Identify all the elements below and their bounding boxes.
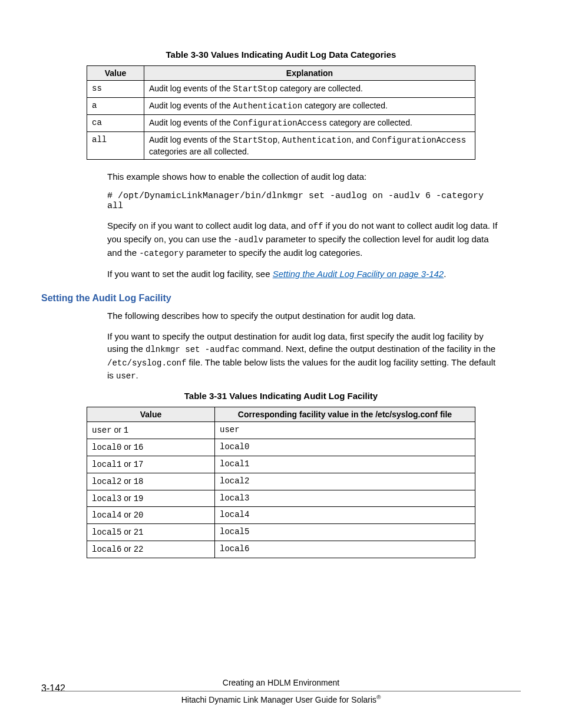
- table-cell-value: local2 or 18: [87, 473, 215, 490]
- table-cell-explanation: Audit log events of the StartStop catego…: [144, 81, 475, 98]
- paragraph-example-intro: This example shows how to enable the col…: [107, 170, 503, 183]
- cross-reference-link[interactable]: Setting the Audit Log Facility on page 3…: [273, 269, 444, 279]
- footer-chapter-title: Creating an HDLM Environment: [41, 678, 521, 687]
- table-cell-explanation: Audit log events of the ConfigurationAcc…: [144, 114, 475, 131]
- table-cell-value: ca: [87, 114, 144, 131]
- footer-doc-title: Hitachi Dynamic Link Manager User Guide …: [41, 691, 521, 704]
- table-30-header-explanation: Explanation: [144, 66, 475, 81]
- table-row: local2 or 18local2: [87, 473, 475, 490]
- table-row: all Audit log events of the StartStop, A…: [87, 131, 475, 160]
- section-heading-audit-log-facility: Setting the Audit Log Facility: [41, 293, 521, 304]
- table-30-caption: Table 3-30 Values Indicating Audit Log D…: [41, 50, 521, 60]
- table-cell-corr: local6: [215, 541, 475, 558]
- table-cell-explanation: Audit log events of the StartStop, Authe…: [144, 131, 475, 160]
- table-cell-explanation: Audit log events of the Authentication c…: [144, 97, 475, 114]
- paragraph-see-facility: If you want to set the audit log facilit…: [107, 268, 503, 280]
- table-cell-value: a: [87, 97, 144, 114]
- table-row: user or 1user: [87, 422, 475, 439]
- table-31: Value Corresponding facility value in th…: [87, 407, 475, 558]
- table-row: ss Audit log events of the StartStop cat…: [87, 81, 475, 98]
- table-cell-value: all: [87, 131, 144, 160]
- paragraph-specify-on-off: Specify on if you want to collect audit …: [107, 219, 503, 259]
- table-row: local1 or 17local1: [87, 456, 475, 473]
- table-30-header-value: Value: [87, 66, 144, 81]
- table-row: local0 or 16local0: [87, 439, 475, 456]
- table-cell-value: local4 or 20: [87, 507, 215, 524]
- table-31-header-value: Value: [87, 407, 215, 422]
- table-row: ca Audit log events of the Configuration…: [87, 114, 475, 131]
- table-cell-value: ss: [87, 81, 144, 98]
- table-30: Value Explanation ss Audit log events of…: [87, 65, 475, 160]
- table-cell-value: user or 1: [87, 422, 215, 439]
- table-cell-corr: local4: [215, 507, 475, 524]
- table-cell-corr: local5: [215, 524, 475, 541]
- table-31-caption: Table 3-31 Values Indicating Audit Log F…: [41, 391, 521, 401]
- paragraph-facility-instructions: If you want to specify the output destin…: [107, 330, 503, 383]
- page-footer: Creating an HDLM Environment Hitachi Dyn…: [41, 678, 521, 704]
- table-row: local3 or 19local3: [87, 490, 475, 507]
- table-cell-value: local1 or 17: [87, 456, 215, 473]
- table-row: local5 or 21local5: [87, 524, 475, 541]
- table-cell-corr: local2: [215, 473, 475, 490]
- table-cell-corr: user: [215, 422, 475, 439]
- document-page: Table 3-30 Values Indicating Audit Log D…: [0, 0, 562, 728]
- command-block: # /opt/DynamicLinkManager/bin/dlnkmgr se…: [107, 191, 503, 211]
- table-31-header-corr: Corresponding facility value in the /etc…: [215, 407, 475, 422]
- table-cell-value: local3 or 19: [87, 490, 215, 507]
- table-cell-value: local6 or 22: [87, 541, 215, 558]
- table-row: a Audit log events of the Authentication…: [87, 97, 475, 114]
- table-row: local6 or 22local6: [87, 541, 475, 558]
- table-cell-corr: local1: [215, 456, 475, 473]
- table-cell-corr: local0: [215, 439, 475, 456]
- table-cell-corr: local3: [215, 490, 475, 507]
- table-row: local4 or 20local4: [87, 507, 475, 524]
- table-cell-value: local5 or 21: [87, 524, 215, 541]
- paragraph-facility-intro: The following describes how to specify t…: [107, 309, 503, 322]
- table-cell-value: local0 or 16: [87, 439, 215, 456]
